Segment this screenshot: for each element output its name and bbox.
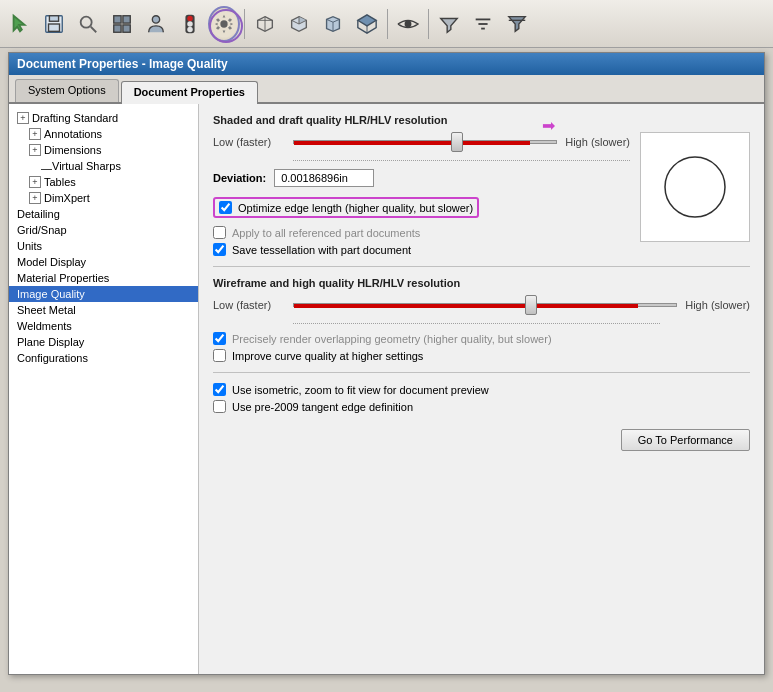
grid-icon[interactable]	[106, 8, 138, 40]
sidebar-item-label: Plane Display	[17, 336, 84, 348]
deviation-input[interactable]	[274, 169, 374, 187]
isometric-checkbox-label: Use isometric, zoom to fit view for docu…	[232, 384, 489, 396]
gear-icon[interactable]	[208, 8, 240, 40]
sidebar: + Drafting Standard + Annotations + Dime…	[9, 104, 199, 674]
svg-point-13	[187, 26, 193, 32]
sidebar-item-grid-snap[interactable]: Grid/Snap	[9, 222, 198, 238]
sidebar-item-dimxpert[interactable]: + DimXpert	[9, 190, 198, 206]
tab-system-options[interactable]: System Options	[15, 79, 119, 102]
wireframe-slider[interactable]	[293, 295, 677, 315]
shaded-slider[interactable]: ➡	[293, 132, 557, 152]
improve-checkbox-label: Improve curve quality at higher settings	[232, 350, 423, 362]
sidebar-item-label: Sheet Metal	[17, 304, 76, 316]
wf-slider-thumb[interactable]	[525, 295, 537, 315]
sidebar-item-label: Drafting Standard	[32, 112, 118, 124]
sidebar-item-label: Annotations	[44, 128, 102, 140]
lower-section-divider	[213, 372, 750, 373]
improve-checkbox[interactable]	[213, 349, 226, 362]
3d-front-icon[interactable]	[249, 8, 281, 40]
goto-performance-button[interactable]: Go To Performance	[621, 429, 750, 451]
filter-icon[interactable]	[433, 8, 465, 40]
3d-cube-icon[interactable]	[317, 8, 349, 40]
sidebar-item-image-quality[interactable]: Image Quality	[9, 286, 198, 302]
sidebar-item-sheet-metal[interactable]: Sheet Metal	[9, 302, 198, 318]
dialog-content: System Options Document Properties + Dra…	[9, 75, 764, 674]
body-split: + Drafting Standard + Annotations + Dime…	[9, 104, 764, 674]
isometric-checkbox-row[interactable]: Use isometric, zoom to fit view for docu…	[213, 383, 750, 396]
sidebar-item-configurations[interactable]: Configurations	[9, 350, 198, 366]
button-row: Go To Performance	[213, 429, 750, 451]
separator3	[428, 9, 429, 39]
wireframe-label-right: High (slower)	[685, 299, 750, 311]
section-divider	[213, 266, 750, 267]
svg-rect-8	[123, 24, 130, 31]
expander-icon: +	[29, 144, 41, 156]
sidebar-item-label: Model Display	[17, 256, 86, 268]
sidebar-item-tables[interactable]: + Tables	[9, 174, 198, 190]
pretangent-checkbox-row[interactable]: Use pre-2009 tangent edge definition	[213, 400, 750, 413]
isometric-checkbox[interactable]	[213, 383, 226, 396]
traffic-light-icon[interactable]	[174, 8, 206, 40]
apply-checkbox[interactable]	[213, 226, 226, 239]
user-icon[interactable]	[140, 8, 172, 40]
deviation-label: Deviation:	[213, 172, 266, 184]
svg-point-12	[187, 21, 193, 27]
search-icon[interactable]	[72, 8, 104, 40]
apply-checkbox-row[interactable]: Apply to all referenced part documents	[213, 226, 630, 239]
save-icon[interactable]	[38, 8, 70, 40]
expander-icon: +	[29, 128, 41, 140]
sidebar-item-label: Detailing	[17, 208, 60, 220]
sidebar-item-plane-display[interactable]: Plane Display	[9, 334, 198, 350]
3d-top-icon[interactable]	[351, 8, 383, 40]
3d-back-icon[interactable]	[283, 8, 315, 40]
deviation-row: Deviation:	[213, 169, 630, 187]
wireframe-label-left: Low (faster)	[213, 299, 293, 311]
improve-checkbox-row[interactable]: Improve curve quality at higher settings	[213, 349, 750, 362]
sidebar-item-units[interactable]: Units	[9, 238, 198, 254]
sidebar-item-weldments[interactable]: Weldments	[9, 318, 198, 334]
slider-thumb[interactable]	[451, 132, 463, 152]
expander-icon: +	[17, 112, 29, 124]
separator1	[244, 9, 245, 39]
wf-slider-fill-red	[294, 304, 638, 308]
svg-rect-5	[114, 15, 121, 22]
sidebar-item-label: Material Properties	[17, 272, 109, 284]
wf-slider-ticks	[293, 323, 660, 324]
dialog-title: Document Properties - Image Quality	[17, 57, 228, 71]
sidebar-item-detailing[interactable]: Detailing	[9, 206, 198, 222]
optimize-checkbox-row[interactable]: Optimize edge length (higher quality, bu…	[213, 197, 479, 218]
sidebar-item-label: DimXpert	[44, 192, 90, 204]
optimize-checkbox[interactable]	[219, 201, 232, 214]
sidebar-item-model-display[interactable]: Model Display	[9, 254, 198, 270]
precise-checkbox-row[interactable]: Precisely render overlapping geometry (h…	[213, 332, 750, 345]
right-panel: Shaded and draft quality HLR/HLV resolut…	[199, 104, 764, 674]
shaded-label-right: High (slower)	[565, 136, 630, 148]
sidebar-item-label: Weldments	[17, 320, 72, 332]
pretangent-checkbox-label: Use pre-2009 tangent edge definition	[232, 401, 413, 413]
precise-checkbox-label: Precisely render overlapping geometry (h…	[232, 333, 552, 345]
separator2	[387, 9, 388, 39]
sidebar-item-annotations[interactable]: + Annotations	[9, 126, 198, 142]
eye-icon[interactable]	[392, 8, 424, 40]
sidebar-item-label: Grid/Snap	[17, 224, 67, 236]
tabs-bar: System Options Document Properties	[9, 75, 764, 104]
save-checkbox-row[interactable]: Save tessellation with part document	[213, 243, 630, 256]
select-icon[interactable]	[4, 8, 36, 40]
pretangent-checkbox[interactable]	[213, 400, 226, 413]
sidebar-item-dimensions[interactable]: + Dimensions	[9, 142, 198, 158]
sidebar-item-virtual-sharps[interactable]: — Virtual Sharps	[9, 158, 198, 174]
sidebar-item-label: Virtual Sharps	[52, 160, 121, 172]
filter-funnel-icon[interactable]	[501, 8, 533, 40]
tab-document-properties[interactable]: Document Properties	[121, 81, 258, 104]
bullet-icon: —	[41, 162, 49, 170]
sidebar-item-material-properties[interactable]: Material Properties	[9, 270, 198, 286]
bottom-checkboxes: Use isometric, zoom to fit view for docu…	[213, 383, 750, 413]
sidebar-item-label: Image Quality	[17, 288, 85, 300]
filter-lines-icon[interactable]	[467, 8, 499, 40]
svg-point-19	[665, 157, 725, 217]
save-checkbox-label: Save tessellation with part document	[232, 244, 411, 256]
save-checkbox[interactable]	[213, 243, 226, 256]
precise-checkbox[interactable]	[213, 332, 226, 345]
sidebar-item-drafting-standard[interactable]: + Drafting Standard	[9, 110, 198, 126]
wireframe-section-title: Wireframe and high quality HLR/HLV resol…	[213, 277, 750, 289]
